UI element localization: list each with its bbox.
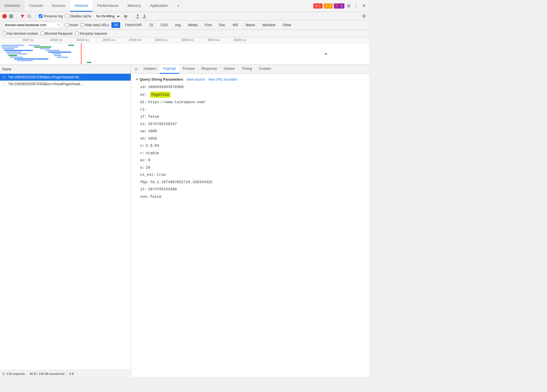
preserve-log-checkbox-label[interactable]: Preserve log [39,14,63,18]
close-detail-icon[interactable]: ✕ [132,67,140,72]
network-settings-icon[interactable]: ⚙ [361,12,367,20]
console-tab-label: Console [29,3,43,8]
filter-other-btn[interactable]: Other [280,22,294,28]
clear-search-icon[interactable]: ✕ [57,23,60,27]
param-value-dl: https://www.talkspace.com/ [148,99,206,105]
preserve-log-label: Preserve log [44,14,63,18]
filter-font-btn[interactable]: Font [202,22,214,28]
resource-size: 0 B [69,372,74,375]
svg-rect-15 [34,46,51,48]
timeline-tick-7: 35000 ms [181,38,194,42]
param-value-cs-est: true [157,172,166,178]
filter-img-btn[interactable]: Img [172,22,183,28]
detail-tab-initiator[interactable]: Initiator [220,65,238,74]
stop-button[interactable] [9,14,13,18]
throttle-select[interactable]: No throttling Fast 3G Slow 3G Offline [94,13,121,19]
third-party-label[interactable]: 3rd-party requests [75,32,107,36]
detail-tab-headers[interactable]: Headers [140,65,160,74]
param-value-ts: 1674765156247 [148,121,177,127]
blocked-cookies-checkbox[interactable] [2,32,6,35]
tab-sources[interactable]: Sources [47,0,70,12]
status-size: 0 B [67,370,77,377]
hide-data-urls-label[interactable]: Hide data URLs [80,23,109,27]
disable-cache-checkbox[interactable] [65,14,69,18]
filter-doc-btn[interactable]: Doc [217,22,228,28]
timeline-tick-6: 30000 ms [155,38,168,42]
record-button[interactable] [2,14,7,19]
view-url-encoded-link[interactable]: view URL-encoded [208,77,237,81]
tab-console[interactable]: Console [25,0,47,12]
param-list: id: 1665891053670308 ev: PageView dl: ht… [136,84,365,199]
filter-js-btn[interactable]: JS [147,22,156,28]
preview-tab-label: Preview [183,67,195,71]
view-source-link[interactable]: view source [187,77,205,81]
filter-all-btn[interactable]: All [111,22,120,28]
param-key-ts: ts: [140,121,147,127]
filter-bar: ✕ Invert Hide data URLs All Fetch/XHR JS… [0,21,369,30]
detail-tab-cookies[interactable]: Cookies [255,65,274,74]
status-bar: 2 / 129 requests 85 B / 140 kB transferr… [0,370,131,377]
param-key-fbp: fbp: [140,179,149,185]
filter-ws-btn[interactable]: WS [230,22,241,28]
preserve-log-checkbox[interactable] [39,14,42,18]
filter-icon[interactable] [20,14,25,19]
param-row-o: o: 29 [136,165,365,171]
tab-memory[interactable]: Memory [123,0,146,12]
info-count: 1 [341,4,343,8]
param-key-o: o: [140,165,145,171]
filter-css-btn[interactable]: CSS [158,22,170,28]
blocked-cookies-label[interactable]: Has blocked cookies [2,32,38,36]
filter-media-btn[interactable]: Media [185,22,200,28]
requests-count: 2 / 129 requests [2,372,25,375]
filter-manifest-btn[interactable]: Manifest [260,22,278,28]
error-badge[interactable]: ⊘ 1 [313,3,323,9]
detail-tab-preview[interactable]: Preview [179,65,198,74]
download-icon[interactable] [142,14,147,19]
param-row-id: id: 1665891053670308 [136,84,365,90]
detail-tab-response[interactable]: Response [198,65,220,74]
name-header-label: Name [2,67,11,71]
param-row-cs-est: cs_est: true [136,172,365,178]
filter-fetch-btn[interactable]: Fetch/XHR [123,22,144,28]
invert-checkbox-label[interactable]: Invert [65,23,78,27]
third-party-checkbox[interactable] [75,32,79,35]
param-key-ec: ec: [140,158,147,163]
param-row-v: v: 2.9.94 [136,143,365,149]
tab-performance[interactable]: Performance [93,0,123,12]
tab-network[interactable]: Network [70,0,93,12]
application-tab-label: Application [150,3,168,8]
tab-elements[interactable]: Elements [0,0,25,12]
detail-tab-timing[interactable]: Timing [238,65,256,74]
warning-badge[interactable]: ⚠ 3 [324,3,333,9]
search-icon[interactable] [27,14,32,19]
request-type-icon-2 [3,82,6,86]
request-item-1[interactable]: ?id=1665891053670308&ev=PageView&dl=htt.… [0,74,131,81]
more-options-icon[interactable]: ⋮ [353,2,360,10]
tab-more[interactable]: » [173,0,184,12]
detail-tabs: ✕ Headers Payload Preview Response Initi… [131,65,369,74]
upload-icon[interactable] [135,14,140,19]
svg-rect-12 [14,58,48,60]
request-item-2[interactable]: ?id=1665891053670308&ev=VirtualPageView&… [0,81,131,87]
toolbar-separator-1 [17,14,17,19]
hide-data-urls-checkbox[interactable] [80,23,84,27]
close-devtools-icon[interactable]: ✕ [361,2,367,10]
timeline-tick-8: 40000 ms [207,38,220,42]
param-row-ts: ts: 1674765156247 [136,121,365,127]
blocked-requests-label[interactable]: Blocked Requests [40,32,73,36]
tab-application[interactable]: Application [146,0,173,12]
param-key-id: id: [140,84,147,90]
memory-tab-label: Memory [128,3,141,8]
disable-cache-checkbox-label[interactable]: Disable cache [65,14,91,18]
disable-cache-label: Disable cache [70,14,91,18]
svg-rect-10 [9,55,17,56]
svg-rect-14 [28,45,40,46]
info-badge[interactable]: 🚩 1 [334,3,344,9]
filter-wasm-btn[interactable]: Wasm [243,22,258,28]
detail-tab-payload[interactable]: Payload [160,65,179,74]
search-input[interactable] [5,23,56,27]
network-toolbar: Preserve log Disable cache No throttling… [0,12,369,21]
invert-checkbox[interactable] [65,23,69,27]
settings-icon[interactable]: ⚙ [346,2,352,10]
blocked-requests-checkbox[interactable] [40,32,44,35]
